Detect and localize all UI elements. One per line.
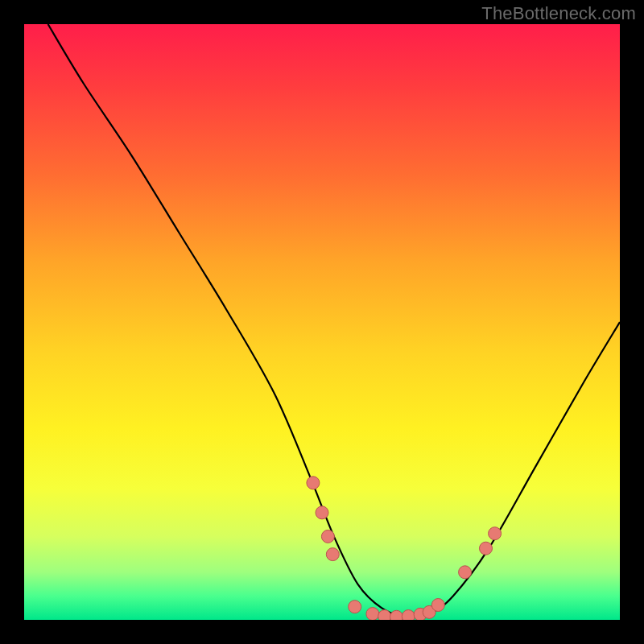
data-point [307,477,320,489]
data-point [366,608,379,620]
data-point [480,542,493,555]
data-points-group [307,477,502,620]
data-point [349,601,361,613]
watermark-text: TheBottleneck.com [481,3,636,24]
chart-frame: TheBottleneck.com [0,0,644,644]
data-point [489,527,502,540]
data-point [431,599,444,612]
data-point [459,566,472,579]
data-point [316,506,328,519]
data-point [390,610,403,620]
data-point [378,610,391,620]
data-point [402,610,415,620]
chart-svg [24,24,620,620]
data-point [326,548,339,561]
data-point [321,530,334,543]
bottleneck-curve [48,24,620,617]
